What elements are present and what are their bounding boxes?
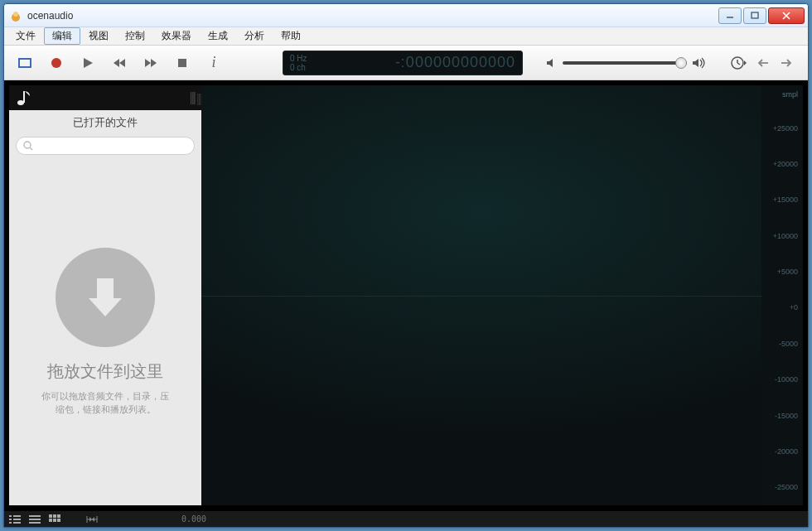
ruler-tick: +25000 [761,110,803,146]
app-icon [9,9,22,22]
lcd-hz: 0 Hz [290,54,307,63]
ruler-unit: smpl [761,90,803,110]
zoom-slider-icon[interactable] [85,514,99,524]
svg-rect-31 [13,519,21,520]
svg-rect-29 [13,515,21,517]
svg-rect-36 [29,522,41,524]
lcd-display: 0 Hz 0 ch -:000000000000 [283,51,523,75]
volume-low-icon [546,57,558,69]
drop-subtitle: 你可以拖放音频文件，目录，压 缩包，链接和播放列表。 [41,389,169,416]
menu-effects[interactable]: 效果器 [153,27,200,45]
forward-button[interactable] [138,51,163,75]
svg-marker-8 [84,58,93,68]
svg-rect-35 [29,519,41,520]
volume-control [546,57,707,69]
stop-button[interactable] [170,51,195,75]
ruler-tick: +15000 [761,182,803,218]
svg-marker-14 [547,59,553,67]
view-grid-icon[interactable] [49,514,60,524]
svg-line-18 [737,63,740,65]
drop-zone[interactable]: 拖放文件到这里 你可以拖放音频文件，目录，压 缩包，链接和播放列表。 [9,158,201,505]
svg-rect-40 [49,519,52,522]
svg-rect-3 [752,12,758,18]
drop-title: 拖放文件到这里 [47,360,163,383]
minimize-button[interactable] [718,7,742,24]
nav-forward-button[interactable] [780,58,793,68]
app-window: ocenaudio 文件 编辑 视图 控制 效果器 生成 分析 帮助 [3,3,809,528]
volume-knob[interactable] [675,57,687,69]
lcd-time: -:000000000000 [314,54,515,71]
svg-marker-10 [119,59,125,67]
view-lines-icon[interactable] [29,514,41,524]
menu-help[interactable]: 帮助 [273,27,309,45]
close-button[interactable] [768,7,805,24]
sidebar-panel: 已打开的文件 拖放文件到这里 你可以拖放音频文件，目录，压 缩包，链接和播放列表… [9,110,201,505]
svg-rect-33 [13,522,21,524]
window-controls [718,7,805,24]
status-bar: 0.000 [4,510,808,527]
svg-rect-37 [49,514,52,518]
waveform-grip-icon[interactable]: ||| [196,92,201,105]
svg-rect-30 [9,519,12,520]
svg-point-1 [13,12,18,17]
volume-high-icon [692,57,707,69]
sidebar-title: 已打开的文件 [9,110,201,133]
sidebar: ||| 已打开的文件 拖放文件到这里 你可以拖放音频文件，目录，压 [9,85,201,505]
main-area: ||| 已打开的文件 拖放文件到这里 你可以拖放音频文件，目录，压 [4,80,808,510]
ruler-tick: +20000 [761,146,803,181]
status-time: 0.000 [181,514,206,524]
menubar: 文件 编辑 视图 控制 效果器 生成 分析 帮助 [4,27,808,46]
history-button[interactable] [730,56,747,70]
svg-rect-28 [9,515,12,517]
ruler-tick: +10000 [761,218,803,253]
ruler-tick: -5000 [761,326,803,361]
svg-marker-46 [89,517,92,522]
zero-line [201,296,761,297]
record-button[interactable] [44,51,69,75]
svg-line-25 [30,147,32,150]
marker-button[interactable] [12,51,37,75]
window-title: ocenaudio [27,10,718,22]
ruler-tick: -15000 [761,398,803,433]
nav-back-button[interactable] [756,58,770,68]
svg-point-22 [17,100,24,105]
menu-view[interactable]: 视图 [80,27,117,45]
lcd-ch: 0 ch [290,63,307,72]
maximize-button[interactable] [743,7,766,24]
sidebar-header: ||| [9,85,201,110]
ruler-tick: -25000 [761,470,803,505]
waveform-canvas[interactable] [201,85,761,505]
svg-point-24 [24,142,31,148]
svg-rect-38 [53,514,56,518]
svg-marker-15 [693,59,698,67]
ruler-tick: +5000 [761,253,803,289]
menu-edit[interactable]: 编辑 [44,27,80,45]
play-button[interactable] [75,51,100,75]
svg-marker-27 [89,298,122,316]
svg-marker-47 [92,517,94,522]
svg-rect-42 [57,519,60,522]
waveform-area: ||| smpl +25000 +20000 +15000 +10000 +50… [201,85,803,505]
note-icon [16,89,32,107]
svg-rect-32 [9,522,12,524]
svg-marker-11 [145,59,151,67]
ruler-tick: +0 [761,290,803,326]
search-input[interactable] [16,137,195,155]
menu-control[interactable]: 控制 [117,27,153,45]
drop-arrow-icon [56,248,155,347]
svg-rect-23 [23,91,25,103]
sidebar-grip-icon[interactable]: ||| [190,90,195,105]
info-button[interactable]: i [201,51,226,75]
titlebar[interactable]: ocenaudio [4,4,808,27]
svg-rect-26 [97,278,114,300]
menu-generate[interactable]: 生成 [200,27,236,45]
menu-analyze[interactable]: 分析 [236,27,273,45]
volume-slider[interactable] [563,61,687,65]
ruler-tick: -20000 [761,433,803,469]
menu-file[interactable]: 文件 [7,27,44,45]
rewind-button[interactable] [107,51,132,75]
svg-rect-6 [19,59,31,67]
ruler-tick: -10000 [761,362,803,398]
svg-point-7 [51,58,61,68]
view-list-icon[interactable] [9,514,21,524]
